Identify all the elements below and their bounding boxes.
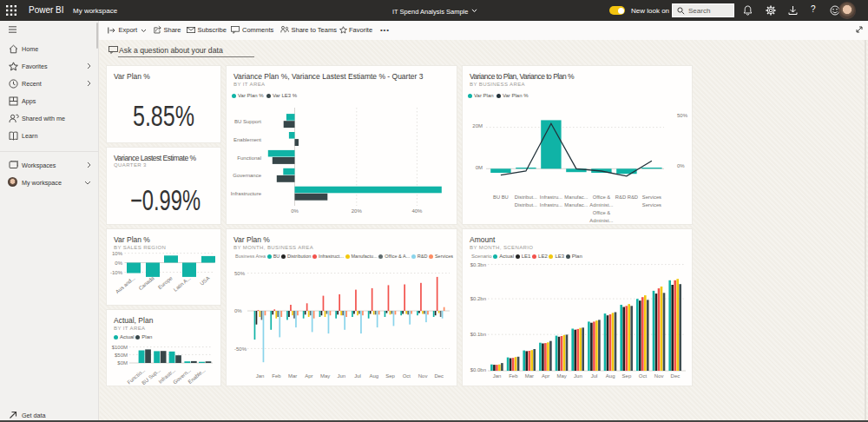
svg-text:Infrastructure: Infrastructure xyxy=(231,191,262,196)
svg-text:Dec: Dec xyxy=(434,373,444,379)
svg-text:Services: Services xyxy=(642,195,661,200)
svg-text:Sep: Sep xyxy=(622,373,632,379)
svg-text:Feb: Feb xyxy=(272,373,281,379)
svg-text:0%: 0% xyxy=(291,208,299,214)
svg-text:10%: 10% xyxy=(112,251,123,256)
svg-text:$0M: $0M xyxy=(117,360,128,366)
svg-text:Administ...: Administ... xyxy=(589,202,613,208)
svg-text:Distribut...: Distribut... xyxy=(515,195,537,200)
svg-text:Oct: Oct xyxy=(639,373,648,379)
svg-text:Sep: Sep xyxy=(385,373,395,379)
svg-text:0M: 0M xyxy=(476,165,483,170)
svg-text:Aug: Aug xyxy=(369,373,378,379)
svg-text:USA: USA xyxy=(199,275,210,287)
svg-text:50%: 50% xyxy=(677,113,688,118)
svg-text:Governance: Governance xyxy=(233,173,261,178)
svg-text:BU Support: BU Support xyxy=(234,119,261,124)
svg-text:Jan: Jan xyxy=(256,373,265,379)
svg-text:Administ...: Administ... xyxy=(589,218,613,223)
svg-text:May: May xyxy=(320,373,330,379)
svg-text:0%: 0% xyxy=(234,308,242,313)
svg-text:Infrastru...: Infrastru... xyxy=(540,202,562,208)
svg-text:Office &: Office & xyxy=(593,210,611,215)
svg-text:$50M: $50M xyxy=(115,353,128,358)
svg-text:Jan: Jan xyxy=(493,373,502,379)
svg-text:Distribut...: Distribut... xyxy=(515,202,537,208)
svg-text:0%: 0% xyxy=(115,260,122,266)
svg-text:$0.1bn: $0.1bn xyxy=(470,332,486,337)
svg-text:20%: 20% xyxy=(352,208,363,214)
svg-text:Dec: Dec xyxy=(671,373,681,379)
svg-text:Manufac...: Manufac... xyxy=(564,202,588,208)
svg-text:Aug: Aug xyxy=(606,373,615,379)
svg-text:40%: 40% xyxy=(411,208,423,214)
svg-text:50%: 50% xyxy=(234,271,246,276)
svg-text:Enablement: Enablement xyxy=(233,137,261,142)
svg-text:Jul: Jul xyxy=(591,373,598,379)
svg-text:Office &: Office & xyxy=(593,195,611,200)
svg-text:Manufac...: Manufac... xyxy=(564,195,588,200)
svg-text:Feb: Feb xyxy=(509,373,518,379)
svg-text:Jun: Jun xyxy=(574,373,582,379)
svg-text:$0.2bn: $0.2bn xyxy=(470,296,486,301)
svg-text:Nov: Nov xyxy=(654,373,664,379)
svg-text:Apr: Apr xyxy=(542,373,549,379)
svg-text:Oct: Oct xyxy=(403,373,411,379)
svg-text:May: May xyxy=(557,373,567,379)
svg-text:20M: 20M xyxy=(472,123,483,129)
svg-text:Canada: Canada xyxy=(138,275,155,292)
svg-text:-50%: -50% xyxy=(234,346,247,352)
svg-text:-10%: -10% xyxy=(110,270,123,275)
svg-text:Apr: Apr xyxy=(305,373,312,379)
svg-text:Infrastru...: Infrastru... xyxy=(540,195,562,200)
svg-text:BU BU: BU BU xyxy=(493,195,509,200)
svg-text:$100M: $100M xyxy=(112,345,128,350)
svg-text:Latin A...: Latin A... xyxy=(173,275,192,293)
svg-text:Jul: Jul xyxy=(354,373,361,379)
svg-text:Mar: Mar xyxy=(288,373,297,379)
svg-text:Europe: Europe xyxy=(157,275,174,290)
svg-text:$0.0bn: $0.0bn xyxy=(470,367,486,373)
svg-text:Jun: Jun xyxy=(337,373,345,379)
svg-text:Mar: Mar xyxy=(525,373,534,379)
svg-text:Functional: Functional xyxy=(237,155,261,161)
svg-text:R&D R&D: R&D R&D xyxy=(615,195,638,200)
svg-text:Aus and...: Aus and... xyxy=(115,275,136,294)
svg-text:$0.3bn: $0.3bn xyxy=(470,262,486,267)
svg-text:Nov: Nov xyxy=(418,373,428,379)
svg-text:Services: Services xyxy=(642,202,661,208)
svg-text:0%: 0% xyxy=(677,163,685,168)
